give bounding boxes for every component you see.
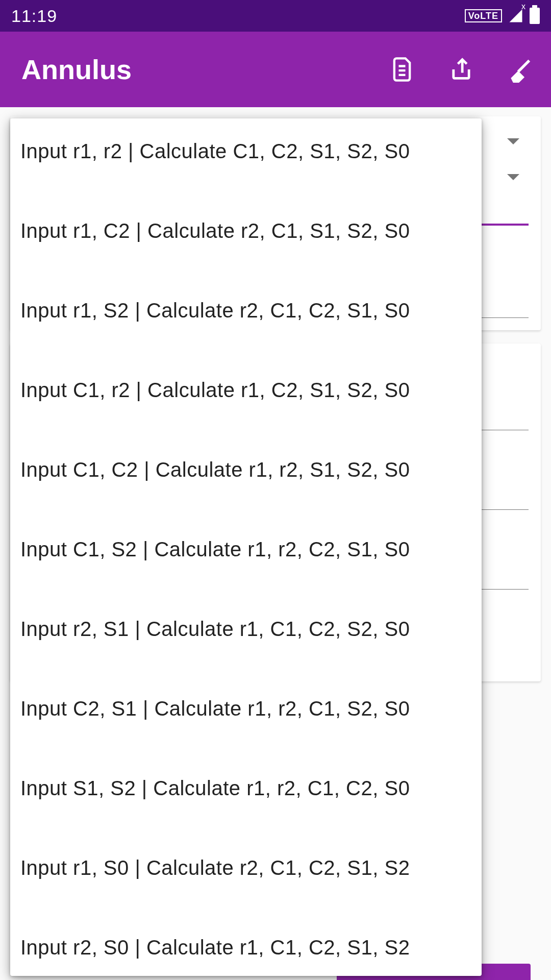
clear-icon[interactable] [506, 55, 535, 84]
dropdown-option[interactable]: Input r2, S1 | Calculate r1, C1, C2, S2,… [10, 596, 482, 676]
app-bar: Annulus [0, 32, 551, 107]
notes-icon[interactable] [388, 55, 416, 84]
page-title: Annulus [21, 54, 388, 85]
dropdown-option[interactable]: Input C1, C2 | Calculate r1, r2, S1, S2,… [10, 437, 482, 517]
share-icon[interactable] [447, 55, 475, 84]
battery-icon [530, 8, 540, 24]
dropdown-option[interactable]: Input r1, S0 | Calculate r2, C1, C2, S1,… [10, 835, 482, 915]
calculation-mode-dropdown[interactable]: Input r1, r2 | Calculate C1, C2, S1, S2,… [10, 118, 482, 976]
appbar-actions [388, 55, 535, 84]
status-right: VoLTE x [465, 8, 540, 24]
dropdown-option[interactable]: Input r1, S2 | Calculate r2, C1, C2, S1,… [10, 278, 482, 357]
dropdown-option[interactable]: Input C1, S2 | Calculate r1, r2, C2, S1,… [10, 517, 482, 596]
dropdown-caret-icon[interactable] [507, 174, 519, 180]
dropdown-option[interactable]: Input r1, r2 | Calculate C1, C2, S1, S2,… [10, 118, 482, 198]
dropdown-option[interactable]: Input C2, S1 | Calculate r1, r2, C1, S2,… [10, 676, 482, 755]
signal-icon: x [507, 8, 524, 23]
status-time: 11:19 [11, 6, 57, 26]
dropdown-option[interactable]: Input r2, S0 | Calculate r1, C1, C2, S1,… [10, 915, 482, 976]
dropdown-option[interactable]: Input C1, r2 | Calculate r1, C2, S1, S2,… [10, 357, 482, 437]
status-bar: 11:19 VoLTE x [0, 0, 551, 32]
dropdown-caret-icon[interactable] [507, 138, 519, 144]
dropdown-option[interactable]: Input r1, C2 | Calculate r2, C1, S1, S2,… [10, 198, 482, 278]
volte-indicator: VoLTE [465, 9, 502, 22]
dropdown-option[interactable]: Input S1, S2 | Calculate r1, r2, C1, C2,… [10, 755, 482, 835]
